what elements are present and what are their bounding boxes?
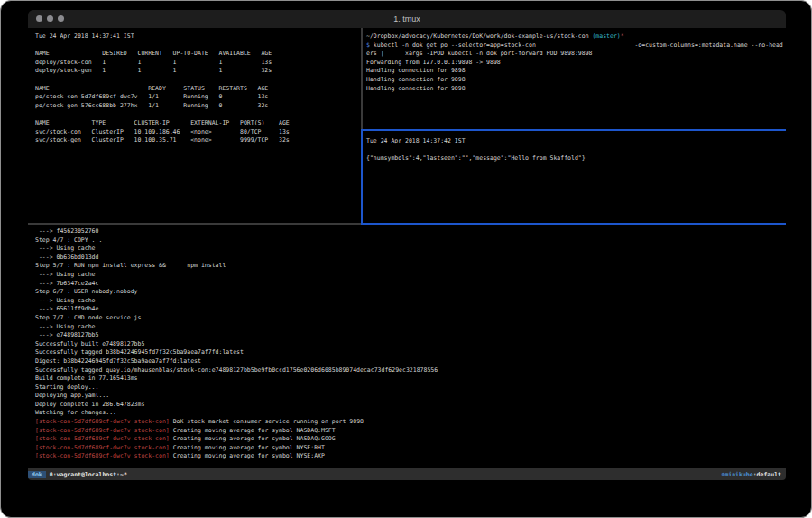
deployments-rows: deploy/stock-con 1 1 1 1 13s deploy/stoc…	[35, 59, 361, 76]
status-right: ☸ minikube :default	[721, 468, 786, 480]
pod-prefix: [stock-con-5d7df689cf-dwc7v stock-con]	[35, 444, 170, 451]
pod-prefix: [stock-con-5d7df689cf-dwc7v stock-con]	[35, 435, 170, 442]
tmux-status-bar: dok 0:vagrant@localhost:~* ☸ minikube :d…	[28, 468, 786, 480]
pods-table: NAME READY STATUS RESTARTS AGE po/stock-…	[35, 85, 361, 111]
command-line: $ kubectl -n dok get po --selector=app=s…	[366, 42, 784, 51]
services-rows: svc/stock-con ClusterIP 10.109.186.46 <n…	[35, 128, 361, 145]
pod-prefix: [stock-con-5d7df689cf-dwc7v stock-con]	[35, 427, 170, 434]
log-message: Creating moving average for symbol NYSE:…	[170, 444, 325, 451]
pane-divider-vertical-inactive[interactable]	[361, 28, 363, 129]
deployments-table: NAME DESIRED CURRENT UP-TO-DATE AVAILABL…	[35, 50, 361, 76]
json-response: {"numsymbols":4,"lastseen":"","message":…	[366, 154, 784, 163]
pane-divider-horizontal-right-active[interactable]	[361, 129, 786, 131]
git-dirty-marker: *	[621, 32, 624, 40]
shell-path-line: ~/Dropbox/advocacy/Kubernetes/DoK/work/d…	[366, 32, 784, 42]
zoom-button-icon[interactable]	[58, 15, 64, 22]
git-branch: (master)	[592, 32, 620, 40]
window-title: 1. tmux	[28, 10, 786, 28]
port-forward-output: Forwarding from 127.0.0.1:9898 -> 9898 H…	[366, 59, 784, 93]
log-message: Creating moving average for symbol NYSE:…	[170, 452, 325, 459]
log-message: Creating moving average for symbol NASDA…	[170, 435, 336, 442]
pods-rows: po/stock-con-5d7df689cf-dwc7v 1/1 Runnin…	[35, 93, 361, 110]
k8s-namespace: :default	[753, 471, 781, 478]
pane-service-response[interactable]: Tue 24 Apr 2018 14:37:42 IST {"numsymbol…	[364, 131, 784, 223]
terminal-window[interactable]: 1. tmux Tue 24 Apr 2018 14:37:41 IST NAM…	[28, 10, 786, 480]
app-log-line: [stock-con-5d7df689cf-dwc7v stock-con] C…	[35, 452, 786, 461]
minimize-button-icon[interactable]	[47, 15, 53, 22]
clock-line-2: Tue 24 Apr 2018 14:37:42 IST	[366, 137, 784, 146]
traffic-lights	[36, 15, 64, 22]
pod-prefix: [stock-con-5d7df689cf-dwc7v stock-con]	[35, 418, 170, 425]
app-log-line: [stock-con-5d7df689cf-dwc7v stock-con] C…	[35, 427, 786, 436]
pod-prefix: [stock-con-5d7df689cf-dwc7v stock-con]	[35, 452, 170, 459]
pane-divider-vertical-active[interactable]	[361, 129, 363, 225]
status-left: dok 0:vagrant@localhost:~*	[28, 468, 127, 480]
window-tab[interactable]: 0:vagrant@localhost:~*	[50, 471, 127, 478]
command-text: kubectl -n dok get po --selector=app=sto…	[370, 42, 783, 49]
app-log-line: [stock-con-5d7df689cf-dwc7v stock-con] D…	[35, 418, 786, 427]
command-line-wrap: ers | xargs -IPOD kubectl -n dok port-fo…	[366, 50, 784, 59]
log-message: Creating moving average for symbol NASDA…	[170, 427, 336, 434]
pane-kubectl-overview[interactable]: Tue 24 Apr 2018 14:37:41 IST NAME DESIRE…	[28, 28, 361, 223]
session-badge: dok	[28, 471, 46, 478]
app-log-line: [stock-con-5d7df689cf-dwc7v stock-con] C…	[35, 435, 786, 444]
deployments-header: NAME DESIRED CURRENT UP-TO-DATE AVAILABL…	[35, 50, 361, 59]
pane-skaffold-build[interactable]: ---> f45623052760 Step 4/7 : COPY . . --…	[28, 225, 786, 468]
clock-line: Tue 24 Apr 2018 14:37:41 IST	[35, 32, 361, 42]
pane-divider-horizontal-right2-active[interactable]	[361, 223, 786, 225]
terminal-body: Tue 24 Apr 2018 14:37:41 IST NAME DESIRE…	[28, 28, 786, 468]
app-log-line: [stock-con-5d7df689cf-dwc7v stock-con] C…	[35, 444, 786, 453]
close-button-icon[interactable]	[36, 15, 42, 22]
k8s-context: minikube	[724, 471, 752, 478]
title-bar[interactable]: 1. tmux	[28, 10, 786, 28]
services-table: NAME TYPE CLUSTER-IP EXTERNAL-IP PORT(S)…	[35, 119, 361, 145]
services-header: NAME TYPE CLUSTER-IP EXTERNAL-IP PORT(S)…	[35, 119, 361, 128]
pods-header: NAME READY STATUS RESTARTS AGE	[35, 85, 361, 94]
screenshot-frame: 1. tmux Tue 24 Apr 2018 14:37:41 IST NAM…	[0, 0, 812, 518]
cwd-path: ~/Dropbox/advocacy/Kubernetes/DoK/work/d…	[366, 32, 592, 40]
log-message: DoK stock market consumer service runnin…	[170, 418, 364, 425]
pane-port-forward[interactable]: ~/Dropbox/advocacy/Kubernetes/DoK/work/d…	[364, 28, 784, 129]
build-log: ---> f45623052760 Step 4/7 : COPY . . --…	[35, 227, 786, 418]
pane-divider-horizontal-left-inactive[interactable]	[28, 223, 361, 225]
